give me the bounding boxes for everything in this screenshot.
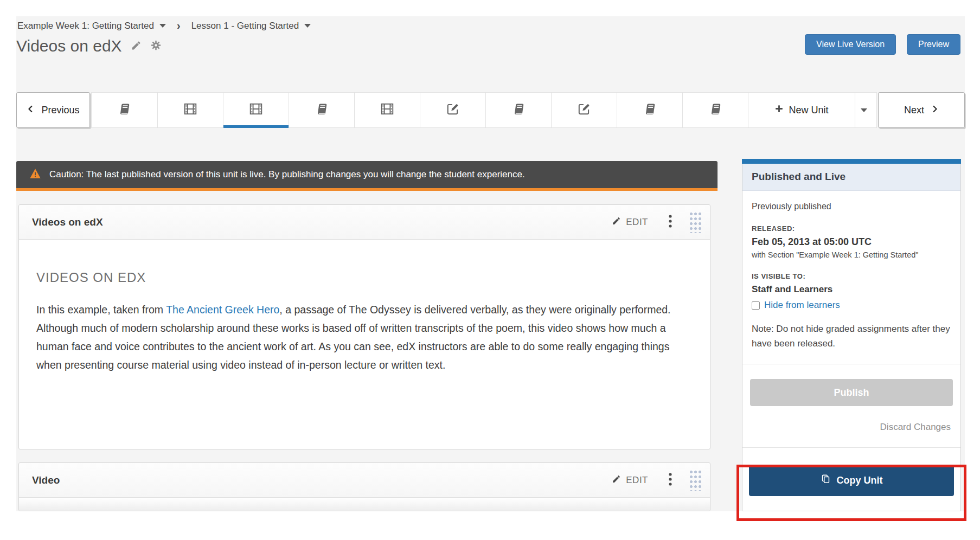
plus-icon <box>774 104 784 116</box>
breadcrumb: Example Week 1: Getting Started › Lesson… <box>17 20 311 32</box>
breadcrumb-subsection[interactable]: Lesson 1 - Getting Started <box>191 21 311 31</box>
video-component-preview <box>19 498 710 511</box>
book-icon <box>118 102 131 118</box>
component-menu-button[interactable] <box>667 472 674 488</box>
caution-text: Caution: The last published version of t… <box>49 169 525 180</box>
view-live-version-button[interactable]: View Live Version <box>805 34 896 55</box>
film-icon <box>380 102 394 118</box>
unit-tab-6[interactable] <box>420 93 485 127</box>
content-paragraph: In this example, taken from The Ancient … <box>36 300 675 374</box>
component-actions: EDIT <box>609 470 701 491</box>
previous-unit-button[interactable]: Previous <box>16 92 90 128</box>
sidebar-actions: Publish Discard Changes <box>742 364 960 433</box>
warning-triangle-icon <box>29 168 41 182</box>
component-title: Videos on edX <box>32 216 609 228</box>
chevron-down-icon <box>861 108 867 112</box>
drag-handle-icon[interactable] <box>689 211 701 233</box>
chevron-left-icon <box>27 104 35 117</box>
hide-from-learners-checkbox[interactable] <box>752 301 760 310</box>
pencil-icon <box>131 40 142 53</box>
sidebar-accent-bar <box>742 159 961 164</box>
book-icon <box>709 102 722 118</box>
book-icon <box>512 102 526 118</box>
breadcrumb-section[interactable]: Example Week 1: Getting Started <box>17 21 166 31</box>
drag-handle-icon[interactable] <box>689 470 701 491</box>
next-unit-button[interactable]: Next <box>878 92 965 128</box>
paragraph-text: In this example, taken from <box>36 304 166 316</box>
visible-to-value: Staff and Learners <box>752 284 951 295</box>
gear-icon <box>150 40 162 53</box>
unit-navigation: Previous New Unit Next <box>16 92 965 128</box>
breadcrumb-subsection-label: Lesson 1 - Getting Started <box>191 21 299 31</box>
unit-tab-10[interactable] <box>682 93 748 127</box>
component-actions: EDIT <box>609 211 701 233</box>
edit-label: EDIT <box>626 217 648 228</box>
unit-tab-5[interactable] <box>354 93 420 127</box>
edit-icon <box>577 102 591 118</box>
studio-unit-page: Example Week 1: Getting Started › Lesson… <box>16 16 965 511</box>
unit-tab-3[interactable] <box>223 93 289 127</box>
caution-banner: Caution: The last published version of t… <box>16 161 718 191</box>
edit-label: EDIT <box>626 475 648 486</box>
copy-unit-label: Copy Unit <box>837 475 883 486</box>
chevron-down-icon <box>304 24 311 28</box>
unit-tab-1[interactable] <box>92 93 157 127</box>
released-with-section: with Section "Example Week 1: Getting St… <box>752 250 951 259</box>
film-icon <box>183 102 197 118</box>
discard-changes-link[interactable]: Discard Changes <box>750 422 953 433</box>
new-unit-button[interactable]: New Unit <box>748 93 855 127</box>
chevron-right-icon <box>931 104 939 117</box>
new-unit-label: New Unit <box>789 105 828 116</box>
visible-to-label: IS VISIBLE TO: <box>752 272 951 280</box>
publish-sidebar: Published and Live Previously published … <box>742 159 961 511</box>
content-heading: VIDEOS ON EDX <box>36 270 675 285</box>
preview-button[interactable]: Preview <box>907 34 960 55</box>
hide-note: Note: Do not hide graded assignments aft… <box>752 322 951 351</box>
copy-unit-button[interactable]: Copy Unit <box>749 465 954 496</box>
breadcrumb-section-label: Example Week 1: Getting Started <box>17 21 154 31</box>
component-body: VIDEOS ON EDX In this example, taken fro… <box>19 240 710 374</box>
ancient-greek-hero-link[interactable]: The Ancient Greek Hero <box>166 304 279 316</box>
sidebar-publish-info: Previously published RELEASED: Feb 05, 2… <box>742 191 960 364</box>
next-unit-label: Next <box>904 105 924 116</box>
unit-tab-9[interactable] <box>617 93 682 127</box>
publish-status: Previously published <box>752 202 951 211</box>
component-header: Video EDIT <box>19 463 710 498</box>
header-actions: View Live Version Preview <box>805 34 960 55</box>
unit-tab-4[interactable] <box>289 93 354 127</box>
hide-from-learners-row: Hide from learners <box>752 300 951 311</box>
unit-settings-button[interactable] <box>150 40 162 53</box>
component-card-videos-on-edx: Videos on edX EDIT VIDEOS ON EDX In thi <box>18 204 710 449</box>
chevron-down-icon <box>159 24 166 28</box>
component-card-video: Video EDIT <box>18 462 710 511</box>
released-date: Feb 05, 2013 at 05:00 UTC <box>752 236 951 248</box>
edit-icon <box>446 102 460 118</box>
released-label: RELEASED: <box>752 224 951 233</box>
breadcrumb-separator: › <box>177 20 181 32</box>
page-title-row: Videos on edX <box>16 37 162 55</box>
component-menu-button[interactable] <box>667 214 674 230</box>
sidebar-copy-section: Copy Unit <box>742 447 960 496</box>
copy-icon <box>821 474 831 487</box>
pencil-icon <box>612 474 621 486</box>
hide-from-learners-label[interactable]: Hide from learners <box>764 300 840 311</box>
unit-tab-8[interactable] <box>551 93 617 127</box>
unit-tab-7[interactable] <box>485 93 551 127</box>
book-icon <box>643 102 657 118</box>
edit-title-button[interactable] <box>131 40 142 53</box>
unit-tab-strip: New Unit <box>91 92 877 128</box>
edit-component-button[interactable]: EDIT <box>609 216 651 229</box>
page-title: Videos on edX <box>16 37 122 55</box>
pencil-icon <box>612 216 621 228</box>
book-icon <box>315 102 329 118</box>
kebab-menu-icon <box>669 472 672 488</box>
edit-component-button[interactable]: EDIT <box>609 474 651 487</box>
component-title: Video <box>32 474 609 486</box>
sidebar-title: Published and Live <box>742 164 960 191</box>
unit-tab-2[interactable] <box>157 93 223 127</box>
previous-unit-label: Previous <box>41 105 79 116</box>
kebab-menu-icon <box>669 214 672 230</box>
film-icon <box>249 102 263 118</box>
publish-button[interactable]: Publish <box>750 379 953 406</box>
new-unit-dropdown-button[interactable] <box>855 93 873 127</box>
